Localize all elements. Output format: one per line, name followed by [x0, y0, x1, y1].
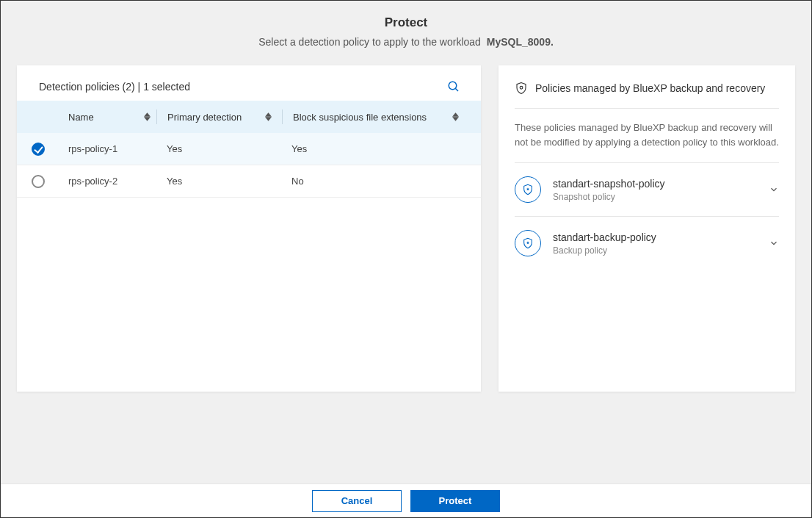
row-primary: Yes	[156, 176, 281, 187]
policy-item-backup[interactable]: standart-backup-policy Backup policy	[515, 216, 779, 270]
page-title: Protect	[1, 15, 811, 30]
table-row[interactable]: rps-policy-1 Yes Yes	[17, 133, 481, 165]
managed-policies-panel: Policies managed by BlueXP backup and re…	[499, 65, 795, 392]
search-icon[interactable]	[447, 80, 460, 93]
shield-badge-icon	[515, 176, 541, 203]
table-header-row: Name Primary detection Block suspicious …	[17, 101, 481, 133]
column-name[interactable]: Name	[68, 112, 156, 123]
column-primary-label: Primary detection	[167, 112, 242, 123]
column-name-label: Name	[68, 112, 94, 123]
cancel-button[interactable]: Cancel	[312, 490, 402, 512]
policy-type: Snapshot policy	[553, 192, 757, 202]
left-panel-header: Detection policies (2) | 1 selected	[17, 65, 481, 101]
row-radio[interactable]	[32, 143, 45, 156]
row-name: rps-policy-1	[68, 143, 156, 154]
policy-item-snapshot[interactable]: standart-snapshot-policy Snapshot policy	[515, 162, 779, 216]
dialog-header: Protect Select a detection policy to app…	[1, 1, 811, 60]
page-subtitle: Select a detection policy to apply to th…	[1, 36, 811, 48]
shield-badge-icon	[515, 230, 541, 256]
subtitle-prefix: Select a detection policy to apply to th…	[258, 36, 481, 48]
policy-type: Backup policy	[553, 245, 757, 256]
chevron-down-icon[interactable]	[769, 184, 779, 195]
workload-name: MySQL_8009.	[487, 36, 554, 48]
right-panel-description: These policies managed by BlueXP backup …	[515, 109, 779, 162]
detection-policies-panel: Detection policies (2) | 1 selected Name…	[17, 65, 481, 392]
sort-icon[interactable]	[265, 112, 272, 121]
column-primary-detection[interactable]: Primary detection	[157, 112, 282, 123]
right-panel-heading: Policies managed by BlueXP backup and re…	[535, 82, 765, 94]
right-panel-header: Policies managed by BlueXP backup and re…	[515, 65, 779, 109]
dialog-footer: Cancel Protect	[1, 483, 811, 517]
row-name: rps-policy-2	[68, 176, 156, 187]
column-block-extensions[interactable]: Block suspicious file extensions	[283, 112, 466, 123]
svg-point-0	[449, 82, 457, 90]
sort-icon[interactable]	[452, 112, 459, 121]
row-primary: Yes	[156, 143, 281, 154]
protect-button[interactable]: Protect	[410, 490, 500, 512]
policy-name: standart-backup-policy	[553, 231, 757, 243]
left-panel-title: Detection policies (2) | 1 selected	[39, 81, 190, 93]
row-block: No	[281, 176, 466, 187]
svg-line-1	[455, 88, 458, 91]
policies-table: Name Primary detection Block suspicious …	[17, 101, 481, 198]
row-radio[interactable]	[32, 175, 45, 188]
svg-point-2	[520, 86, 523, 89]
table-row[interactable]: rps-policy-2 Yes No	[17, 165, 481, 198]
policy-name: standart-snapshot-policy	[553, 178, 757, 190]
shield-icon	[515, 82, 528, 95]
column-block-label: Block suspicious file extensions	[293, 112, 427, 123]
chevron-down-icon[interactable]	[769, 238, 779, 248]
sort-icon[interactable]	[144, 112, 151, 121]
row-block: Yes	[281, 143, 466, 154]
